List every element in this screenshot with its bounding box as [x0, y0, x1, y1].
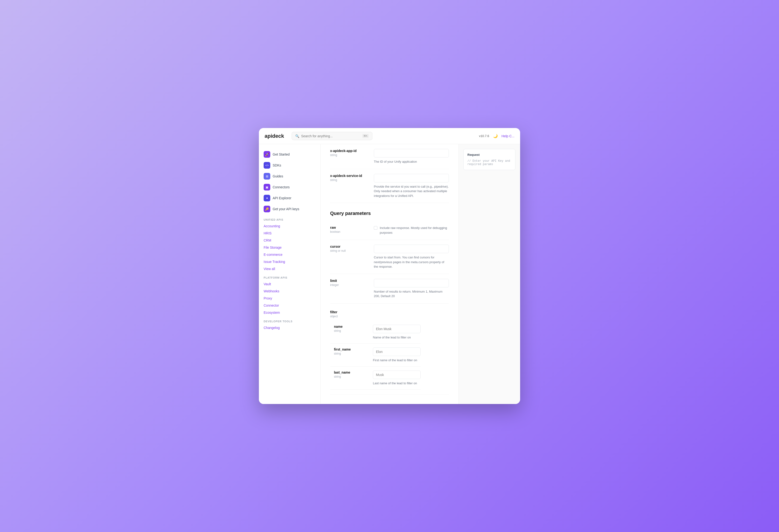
param-type-limit: integer [330, 283, 368, 287]
filter-name-input[interactable] [373, 324, 421, 333]
sidebar-item-label: Get your API keys [273, 207, 299, 211]
right-panel: Request // Enter your API Key and requir… [458, 144, 520, 404]
sidebar-link-crm[interactable]: CRM [259, 237, 320, 244]
api-keys-icon: 🔑 [263, 206, 270, 212]
request-code-comment: // Enter your API Key and required param… [467, 159, 511, 166]
help-link[interactable]: Help C... [501, 134, 515, 138]
param-name-app-id: x-apideck-app-id [330, 149, 368, 153]
filter-param-name: name [334, 324, 367, 329]
filter-sub-right-first-name: First name of the lead to filter on [373, 348, 421, 363]
param-name-service-id: x-apideck-service-id [330, 174, 368, 178]
filter-sub-row-first-name: first_name string First name of the lead… [330, 344, 421, 367]
filter-first-name: first_name [334, 348, 367, 351]
param-right-limit: Number of results to return. Minimum 1, … [374, 279, 449, 299]
sidebar-item-label: SDKs [273, 163, 281, 167]
sidebar-item-api-keys[interactable]: 🔑 Get your API keys [259, 203, 320, 215]
param-left-raw: raw boolean [330, 226, 368, 233]
param-right-app-id: The ID of your Unify application [374, 149, 449, 164]
filter-last-name-input[interactable] [373, 370, 421, 379]
sidebar-link-view-all[interactable]: View all [259, 265, 320, 273]
search-shortcut: ⌘K [362, 134, 369, 138]
sidebar-item-sdks[interactable]: </> SDKs [259, 160, 320, 171]
sidebar-item-connectors[interactable]: ▣ Connectors [259, 182, 320, 193]
param-right-raw: Include raw response. Mostly used for de… [374, 226, 449, 235]
search-bar[interactable]: 🔍 ⌘K [292, 132, 372, 140]
sidebar-item-label: Connectors [273, 185, 290, 189]
sidebar-link-accounting[interactable]: Accounting [259, 223, 320, 230]
filter-sub-right-last-name: Last name of the lead to filter on [373, 370, 421, 386]
sidebar-link-webhooks[interactable]: Webhooks [259, 288, 320, 295]
sidebar-link-issue-tracking[interactable]: Issue Tracking [259, 258, 320, 265]
app-logo: apideck [264, 133, 284, 139]
filter-section: filter object name string Name of the le… [330, 310, 421, 390]
filter-sub-row-name: name string Name of the lead to filter o… [330, 321, 421, 344]
param-name-limit: limit [330, 279, 368, 283]
sidebar-link-ecosystem[interactable]: Ecosystem [259, 309, 320, 316]
sidebar-link-proxy[interactable]: Proxy [259, 295, 320, 302]
sidebar-item-label: Guides [273, 174, 283, 178]
sidebar-link-changelog[interactable]: Changelog [259, 324, 320, 331]
filter-type: object [330, 315, 421, 318]
param-desc-raw: Include raw response. Mostly used for de… [380, 226, 449, 235]
param-row-service-id: x-apideck-service-id string Provide the … [330, 169, 449, 203]
param-row-limit: limit integer Number of results to retur… [330, 274, 449, 303]
sdks-icon: </> [263, 162, 270, 169]
guides-icon: ⊞ [263, 173, 270, 180]
param-right-cursor: Cursor to start from. You can find curso… [374, 245, 449, 269]
filter-sub-row-last-name: last_name string Last name of the lead t… [330, 367, 421, 390]
param-right-service-id: Provide the service id you want to call … [374, 174, 449, 198]
filter-param-type: string [334, 329, 367, 333]
param-row-cursor: cursor string or null Cursor to start fr… [330, 240, 449, 274]
unified-apis-label: UNIFIED APIS [259, 215, 320, 223]
limit-input[interactable] [374, 279, 449, 287]
filter-sub-right-name: Name of the lead to filter on [373, 324, 421, 340]
param-row-app-id: x-apideck-app-id string The ID of your U… [330, 144, 449, 169]
filter-sub-left-name: name string [334, 324, 367, 333]
filter-first-name-input[interactable] [373, 348, 421, 356]
filter-last-name-desc: Last name of the lead to filter on [373, 381, 421, 386]
filter-sub-left-last-name: last_name string [334, 370, 367, 378]
sidebar-item-label: API Explorer [273, 196, 291, 200]
param-type-app-id: string [330, 154, 368, 157]
sidebar-link-hris[interactable]: HRIS [259, 230, 320, 237]
filter-name-desc: Name of the lead to filter on [373, 335, 421, 340]
filter-last-name: last_name [334, 370, 367, 374]
param-row-filter: filter object name string Name of the le… [330, 303, 449, 395]
cursor-input[interactable] [374, 245, 449, 253]
platform-apis-label: PLATFORM APIS [259, 273, 320, 281]
filter-first-name-type: string [334, 352, 367, 355]
search-icon: 🔍 [295, 134, 299, 138]
search-input[interactable] [301, 134, 360, 138]
param-type-raw: boolean [330, 230, 368, 233]
sidebar-link-file-storage[interactable]: File Storage [259, 244, 320, 251]
theme-toggle-icon[interactable]: 🌙 [493, 134, 498, 138]
filter-last-name-type: string [334, 375, 367, 378]
version-badge: v10.7.6 [479, 134, 489, 138]
param-left-app-id: x-apideck-app-id string [330, 149, 368, 157]
main-content: 🚀 Get Started </> SDKs ⊞ Guides ▣ Connec… [259, 144, 520, 404]
param-desc-app-id: The ID of your Unify application [374, 159, 449, 164]
sidebar-item-get-started[interactable]: 🚀 Get Started [259, 149, 320, 160]
param-type-cursor: string or null [330, 249, 368, 252]
checkbox-row-raw: Include raw response. Mostly used for de… [374, 226, 449, 235]
top-bar: apideck 🔍 ⌘K v10.7.6 🌙 Help C... [259, 128, 520, 144]
connectors-icon: ▣ [263, 184, 270, 190]
top-right: v10.7.6 🌙 Help C... [479, 134, 515, 138]
sidebar-link-connector[interactable]: Connector [259, 302, 320, 309]
app-id-input[interactable] [374, 149, 449, 158]
request-title: Request [467, 153, 511, 157]
sidebar-item-api-explorer[interactable]: ✦ API Explorer [259, 193, 320, 203]
sidebar-item-guides[interactable]: ⊞ Guides [259, 171, 320, 182]
request-box: Request // Enter your API Key and requir… [463, 149, 516, 170]
service-id-input[interactable] [374, 174, 449, 182]
filter-sub-left-first-name: first_name string [334, 348, 367, 355]
param-desc-service-id: Provide the service id you want to call … [374, 184, 449, 198]
filter-first-name-desc: First name of the lead to filter on [373, 358, 421, 363]
sidebar: 🚀 Get Started </> SDKs ⊞ Guides ▣ Connec… [259, 144, 321, 404]
param-type-service-id: string [330, 178, 368, 182]
sidebar-link-ecommerce[interactable]: E-commerce [259, 251, 320, 258]
filter-header: filter [330, 310, 421, 314]
raw-checkbox[interactable] [374, 226, 377, 230]
sidebar-link-vault[interactable]: Vault [259, 281, 320, 288]
content-area: x-apideck-app-id string The ID of your U… [321, 144, 458, 404]
